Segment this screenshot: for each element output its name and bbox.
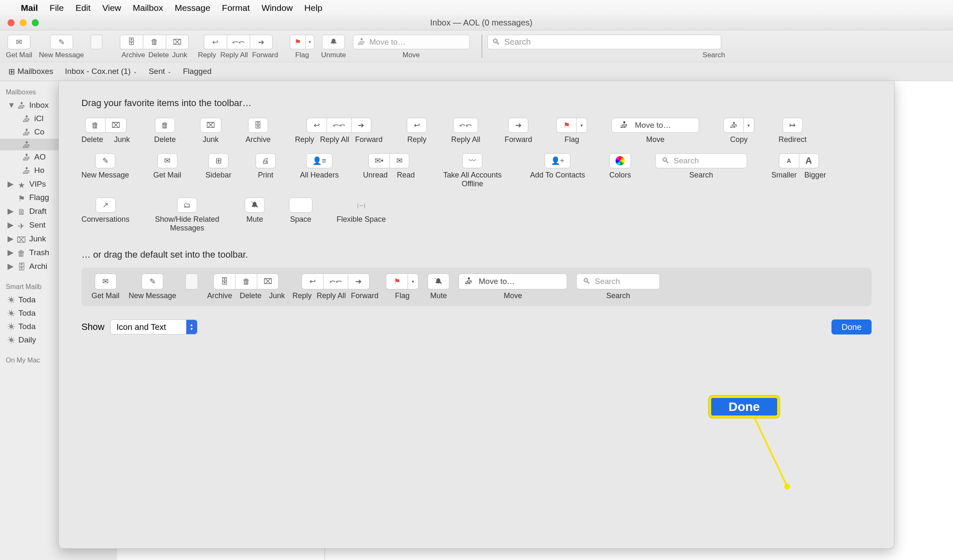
flag-icon: ⚑: [563, 121, 570, 130]
archive-label: Archive: [122, 51, 145, 59]
disclosure-icon[interactable]: ▶: [8, 261, 13, 271]
copy-icon: 📤︎: [730, 121, 738, 130]
replyall-button[interactable]: ⤺⤺: [227, 35, 250, 49]
item-sidebar[interactable]: ⊞Sidebar: [205, 153, 231, 188]
mailboxes-toggle[interactable]: ⊞Mailboxes: [8, 67, 53, 76]
flag-menu-button[interactable]: ▾: [305, 35, 314, 49]
item-junk[interactable]: ⌧Junk: [200, 118, 221, 144]
reply-icon: ↩︎: [309, 277, 316, 286]
item-getmail[interactable]: ✉︎Get Mail: [153, 153, 181, 188]
fav-sent[interactable]: Sent⌄: [149, 67, 171, 76]
item-replyall[interactable]: ⤺⤺Reply All: [451, 118, 480, 144]
menu-help[interactable]: Help: [304, 3, 322, 13]
done-button[interactable]: Done: [831, 319, 872, 334]
zoom-window-button[interactable]: [32, 19, 39, 26]
search-field[interactable]: 🔍︎ Search: [487, 35, 721, 49]
item-archive[interactable]: 🗄︎Archive: [246, 118, 271, 144]
minimize-window-button[interactable]: [20, 19, 27, 26]
default-set-title: … or drag the default set into the toolb…: [81, 249, 872, 260]
ds-forward[interactable]: ➔: [348, 274, 370, 289]
item-flag[interactable]: ⚑▾Flag: [556, 118, 587, 144]
menu-file[interactable]: File: [50, 3, 64, 13]
item-forward[interactable]: ➔Forward: [504, 118, 532, 144]
disclosure-icon[interactable]: ▶: [8, 179, 13, 189]
menu-view[interactable]: View: [102, 3, 121, 13]
fav-inbox[interactable]: Inbox - Cox.net (1)⌄: [65, 67, 137, 76]
newmsg-label: New Message: [39, 51, 84, 59]
menu-message[interactable]: Message: [175, 3, 210, 13]
disclosure-icon[interactable]: ▶: [8, 220, 13, 230]
ds-delete[interactable]: 🗑︎: [235, 274, 257, 289]
item-space[interactable]: Space: [289, 198, 312, 233]
item-reply-trio[interactable]: ↩︎⤺⤺➔ ReplyReply AllForward: [295, 118, 383, 144]
ds-replyall[interactable]: ⤺⤺: [323, 274, 348, 289]
menu-window[interactable]: Window: [261, 3, 293, 13]
ds-newmsg[interactable]: ✎: [142, 274, 163, 289]
ds-moveto[interactable]: 📥︎Move to…: [459, 274, 567, 289]
item-redirect[interactable]: ↦Redirect: [778, 118, 806, 144]
menu-mailbox[interactable]: Mailbox: [133, 3, 163, 13]
delete-button[interactable]: 🗑︎: [143, 35, 166, 49]
ds-mute[interactable]: 🔕︎: [428, 274, 449, 289]
disclosure-icon[interactable]: ▶: [8, 206, 13, 216]
item-delete-junk[interactable]: 🗑︎⌧ DeleteJunk: [81, 118, 130, 144]
item-colors[interactable]: Colors: [609, 153, 631, 188]
item-related[interactable]: 🗂︎Show/Hide Related Messages: [154, 198, 221, 233]
content-area: Mailboxes ▼📥︎Inbox 📥︎iCl 📥︎Co 📥︎ 📥︎AO 📥︎…: [0, 81, 953, 560]
item-mute[interactable]: 🔕︎Mute: [245, 198, 265, 233]
search-placeholder: Search: [504, 37, 531, 47]
forward-button[interactable]: ➔: [250, 35, 273, 49]
item-copy[interactable]: 📤︎▾Copy: [723, 118, 754, 144]
ds-reply[interactable]: ↩︎: [302, 274, 323, 289]
ds-getmail[interactable]: ✉︎: [95, 274, 117, 289]
item-move[interactable]: 📥︎Move to…Move: [611, 118, 699, 144]
compose-icon: ✎: [102, 156, 109, 165]
ds-flag-menu[interactable]: ▾: [408, 274, 418, 289]
gear-icon: [8, 336, 15, 344]
menu-edit[interactable]: Edit: [76, 3, 91, 13]
inbox-icon: 📥︎: [22, 167, 31, 174]
item-conversations[interactable]: ↗︎Conversations: [81, 198, 129, 233]
fav-flagged[interactable]: Flagged: [183, 67, 212, 76]
item-offline[interactable]: 〰Take All Accounts Offline: [439, 153, 506, 188]
item-smaller-bigger[interactable]: AASmallerBigger: [771, 153, 826, 188]
reply-button[interactable]: ↩︎: [204, 35, 227, 49]
ds-search[interactable]: 🔍︎Search: [576, 274, 660, 289]
disclosure-icon[interactable]: ▶: [8, 234, 13, 243]
item-allheaders[interactable]: 👤≡All Headers: [300, 153, 339, 188]
delete-label: Delete: [148, 51, 169, 59]
menu-bar: Mail File Edit View Mailbox Message Form…: [0, 0, 953, 15]
ds-archive[interactable]: 🗄︎: [213, 274, 235, 289]
moveto-button[interactable]: 📥︎ Move to…: [353, 35, 470, 49]
ds-blank-slot[interactable]: [185, 274, 198, 289]
item-newmessage[interactable]: ✎New Message: [81, 153, 129, 188]
item-reply[interactable]: ↩︎Reply: [407, 118, 427, 144]
archive-button[interactable]: 🗄︎: [120, 35, 143, 49]
close-window-button[interactable]: [8, 19, 15, 26]
mute-icon: 🔕︎: [435, 277, 442, 286]
ds-junk[interactable]: ⌧: [257, 274, 279, 289]
menu-format[interactable]: Format: [222, 3, 250, 13]
flag-button[interactable]: ⚑: [290, 35, 305, 49]
default-set-strip[interactable]: ✉︎Get Mail ✎New Message . 🗄︎🗑︎⌧ ArchiveD…: [81, 268, 872, 306]
redirect-icon: ↦: [789, 121, 796, 130]
item-print[interactable]: 🖨︎Print: [256, 153, 276, 188]
menu-app[interactable]: Mail: [21, 3, 38, 13]
inbox-icon: 📥︎: [17, 101, 26, 109]
toolbar-drop-slot[interactable]: [91, 35, 102, 49]
item-addcontacts[interactable]: 👤+Add To Contacts: [530, 153, 585, 188]
item-delete[interactable]: 🗑︎Delete: [154, 118, 176, 144]
item-unread-read[interactable]: ✉︎•✉︎UnreadRead: [363, 153, 415, 188]
disclosure-icon[interactable]: ▶: [8, 248, 13, 257]
getmail-button[interactable]: ✉︎: [8, 35, 30, 49]
unmute-button[interactable]: 🔔︎: [322, 35, 345, 49]
disclosure-icon[interactable]: ▼: [8, 101, 13, 110]
show-popup[interactable]: Icon and Text ▲▼: [110, 319, 198, 334]
item-flexspace[interactable]: |↔|Flexible Space: [337, 198, 386, 233]
junk-button[interactable]: ⌧: [166, 35, 189, 49]
ds-flag[interactable]: ⚑: [386, 274, 408, 289]
newmsg-button[interactable]: ✎: [50, 35, 73, 49]
junk-icon: ⌧: [206, 121, 215, 130]
trash-icon: 🗑︎: [243, 277, 250, 286]
item-search[interactable]: 🔍︎SearchSearch: [655, 153, 747, 188]
